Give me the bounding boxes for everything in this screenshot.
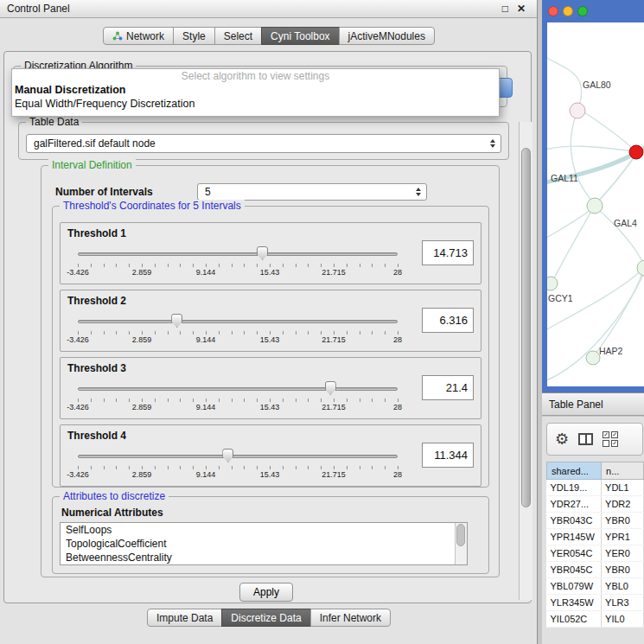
slider-track[interactable] [78, 252, 398, 256]
table-data-group-label: Table Data [26, 116, 82, 128]
cyni-toolbox-panel: Discretization Algorithm Table Data galF… [3, 51, 532, 603]
threshold-value-field[interactable]: 6.316 [422, 308, 474, 333]
table-row[interactable]: YLR345WYLR3 [547, 595, 644, 611]
table-cell[interactable]: YBR0 [602, 513, 644, 529]
bottom-tab-infer-network[interactable]: Infer Network [310, 609, 391, 627]
scrollbar-thumb[interactable] [521, 148, 531, 507]
threshold-panel: Threshold 2-3.4262.8599.14415.4321.71528… [60, 290, 481, 352]
table-cell[interactable]: YLR345W [547, 595, 602, 611]
slider-handle[interactable] [222, 449, 233, 462]
attribute-item[interactable]: TopologicalCoefficient [61, 537, 467, 551]
slider-tick-labels: -3.4262.8599.14415.4321.71528 [78, 268, 398, 278]
table-row[interactable]: YBL079WYBL0 [547, 578, 644, 595]
table-cell[interactable]: YDL19... [547, 480, 602, 496]
table-cell[interactable]: YBR043C [547, 513, 602, 529]
minimize-traffic-icon[interactable] [563, 6, 573, 16]
number-of-intervals-label: Number of Intervals [55, 186, 153, 198]
threshold-value-field[interactable]: 11.344 [422, 443, 474, 468]
table-row[interactable]: YDR27...YDR2 [547, 496, 644, 513]
tab-label: Infer Network [320, 612, 381, 624]
table-cell[interactable]: YDL1 [602, 480, 644, 496]
network-canvas[interactable]: GAL80GAL11GAL4GCY1HAP2 [547, 22, 644, 386]
table-cell[interactable]: YBR045C [547, 562, 602, 578]
table-row[interactable]: YBR043CYBR0 [547, 513, 644, 529]
tab-cyni-toolbox[interactable]: Cyni Toolbox [261, 27, 339, 45]
table-cell[interactable]: YDR27... [547, 496, 602, 513]
threshold-value-field[interactable]: 14.713 [422, 240, 474, 265]
slider-track[interactable] [78, 387, 398, 391]
threshold-slider[interactable] [78, 380, 398, 396]
threshold-value-field[interactable]: 21.4 [422, 375, 474, 400]
table-row[interactable]: YBR045CYBR0 [547, 562, 644, 578]
threshold-panel: Threshold 4-3.4262.8599.14415.4321.71528… [60, 424, 481, 487]
table-row[interactable]: YPR145WYPR1 [547, 529, 644, 545]
number-of-intervals-combo[interactable]: 5 [197, 183, 427, 201]
table-cell[interactable]: YBL0 [602, 578, 644, 595]
algorithm-option-equal-width-frequency-discretization[interactable]: Equal Width/Frequency Discretization [12, 97, 499, 111]
tab-network[interactable]: Network [103, 27, 174, 45]
slider-handle[interactable] [171, 314, 182, 328]
table-cell[interactable]: YBL079W [547, 578, 602, 595]
selection-checkboxes-icon[interactable] [603, 431, 618, 447]
threshold-slider[interactable] [78, 448, 398, 463]
slider-handle[interactable] [325, 381, 336, 395]
tick-label: 15.43 [260, 335, 280, 344]
network-node[interactable] [586, 351, 600, 365]
tick-label: 2.859 [132, 335, 152, 344]
close-icon[interactable]: ✕ [517, 3, 526, 15]
network-node[interactable] [629, 145, 643, 159]
list-scrollbar[interactable] [455, 523, 467, 564]
tab-jactivemnodules[interactable]: jActiveMNodules [339, 27, 435, 45]
tick-label: 21.715 [322, 335, 346, 344]
column-header[interactable]: shared... [547, 462, 602, 480]
dropdown-placeholder: Select algorithm to view settings [12, 69, 499, 83]
tab-select[interactable]: Select [214, 27, 262, 45]
table-row[interactable]: YER054CYER0 [547, 545, 644, 562]
gear-icon[interactable] [555, 431, 569, 447]
window-buttons: □ ✕ [502, 3, 526, 15]
close-traffic-icon[interactable] [548, 6, 558, 16]
table-row[interactable]: YDL19...YDL1 [547, 480, 644, 496]
threshold-slider[interactable] [78, 245, 398, 261]
tick-label: 9.144 [196, 403, 216, 411]
table-cell[interactable]: YBR0 [602, 562, 644, 578]
table-row[interactable]: YIL052CYIL0 [547, 611, 644, 628]
tab-label: Impute Data [156, 612, 213, 624]
table-cell[interactable]: YDR2 [602, 496, 644, 513]
column-chooser-icon[interactable] [578, 433, 593, 445]
table-cell[interactable]: YER0 [602, 545, 644, 562]
table-cell[interactable]: YER054C [547, 545, 602, 562]
table-cell[interactable]: YPR1 [602, 529, 644, 545]
algorithm-option-manual-discretization[interactable]: Manual Discretization [12, 83, 499, 97]
table-cell[interactable]: YIL052C [547, 611, 602, 628]
list-scrollbar-thumb[interactable] [456, 524, 465, 546]
tick-label: 21.715 [322, 403, 346, 411]
table-cell[interactable]: YPR145W [547, 529, 602, 545]
table-cell[interactable]: YIL0 [602, 611, 644, 628]
bottom-tab-impute-data[interactable]: Impute Data [147, 609, 222, 627]
tab-label: jActiveMNodules [348, 30, 425, 42]
tab-style[interactable]: Style [173, 27, 215, 45]
table-cell[interactable]: YLR3 [602, 595, 644, 611]
network-node[interactable] [570, 103, 585, 118]
control-panel-scrollbar[interactable] [519, 122, 532, 600]
table-toolbar [546, 423, 643, 456]
slider-tickmarks [78, 264, 399, 267]
table-data-combo[interactable]: galFiltered.sif default node [26, 134, 501, 153]
threshold-label: Threshold 4 [67, 430, 126, 442]
apply-button[interactable]: Apply [239, 583, 293, 602]
float-window-icon[interactable]: □ [502, 3, 508, 15]
bottom-tab-discretize-data[interactable]: Discretize Data [221, 609, 310, 627]
column-header[interactable]: n... [602, 462, 644, 480]
table-data-group: Table Data galFiltered.sif default node [18, 122, 509, 160]
slider-track[interactable] [78, 455, 398, 458]
zoom-traffic-icon[interactable] [577, 6, 588, 16]
slider-handle[interactable] [257, 246, 268, 260]
attribute-item[interactable]: SelfLoops [61, 523, 467, 537]
numerical-attributes-list[interactable]: SelfLoopsTopologicalCoefficientBetweenne… [60, 522, 468, 565]
attribute-item[interactable]: BetweennessCentrality [61, 551, 467, 564]
network-node[interactable] [587, 198, 603, 214]
network-node[interactable] [547, 277, 558, 290]
threshold-slider[interactable] [78, 313, 398, 328]
slider-track[interactable] [78, 320, 398, 323]
